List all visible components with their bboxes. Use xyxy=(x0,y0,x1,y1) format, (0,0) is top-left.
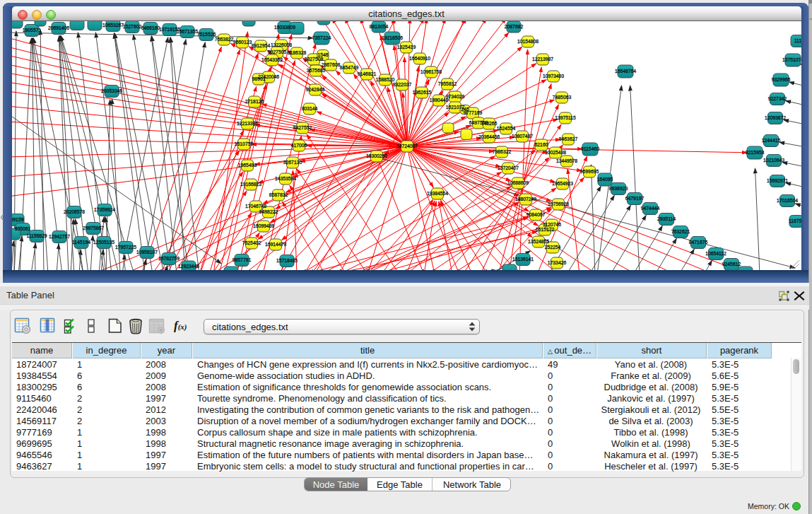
svg-text:19654923: 19654923 xyxy=(552,181,573,186)
svg-text:10653267: 10653267 xyxy=(102,23,124,28)
svg-text:10973493: 10973493 xyxy=(543,74,564,78)
svg-text:16914479: 16914479 xyxy=(265,242,286,247)
svg-text:15692971: 15692971 xyxy=(767,178,788,183)
svg-text:17359924: 17359924 xyxy=(94,207,115,212)
svg-text:8186328: 8186328 xyxy=(288,50,307,55)
svg-text:3675685: 3675685 xyxy=(307,68,326,73)
svg-text:9245612: 9245612 xyxy=(722,262,741,267)
svg-text:12505135: 12505135 xyxy=(93,240,114,245)
svg-text:1733426: 1733426 xyxy=(548,260,567,265)
svg-text:6479197: 6479197 xyxy=(625,196,645,201)
svg-text:10807487: 10807487 xyxy=(512,134,533,139)
svg-text:10210643: 10210643 xyxy=(763,158,784,163)
svg-text:9242848: 9242848 xyxy=(306,87,325,92)
svg-text:16033809: 16033809 xyxy=(274,25,295,30)
svg-text:12923446: 12923446 xyxy=(178,264,199,269)
svg-text:111: 111 xyxy=(794,38,801,43)
svg-text:6466160: 6466160 xyxy=(141,25,160,30)
svg-text:417006: 417006 xyxy=(291,143,307,148)
svg-text:13524855: 13524855 xyxy=(528,239,549,244)
svg-text:9474444: 9474444 xyxy=(641,206,660,211)
svg-text:1588520: 1588520 xyxy=(376,77,395,82)
svg-text:935061: 935061 xyxy=(15,226,31,231)
svg-text:10688609: 10688609 xyxy=(507,180,529,185)
svg-text:1120746: 1120746 xyxy=(543,222,561,227)
svg-text:8938923: 8938923 xyxy=(609,186,628,191)
svg-text:13975115: 13975115 xyxy=(555,115,576,120)
svg-text:7485063: 7485063 xyxy=(553,95,572,100)
svg-text:9327508: 9327508 xyxy=(305,57,324,62)
svg-text:20364456: 20364456 xyxy=(478,134,500,139)
svg-text:9227342: 9227342 xyxy=(768,96,787,101)
svg-text:9084067: 9084067 xyxy=(526,212,546,217)
svg-text:12942757: 12942757 xyxy=(49,234,70,239)
svg-text:18300295: 18300295 xyxy=(366,153,387,158)
svg-text:8912954: 8912954 xyxy=(252,43,271,48)
svg-text:7955812: 7955812 xyxy=(438,81,457,86)
svg-text:20053346: 20053346 xyxy=(101,88,122,93)
svg-text:8427552: 8427552 xyxy=(293,125,312,130)
svg-text:12213396: 12213396 xyxy=(237,121,258,126)
svg-text:12213987: 12213987 xyxy=(532,57,553,62)
svg-text:16099489: 16099489 xyxy=(253,223,274,228)
svg-text:1362615: 1362615 xyxy=(413,90,432,95)
svg-text:8215958: 8215958 xyxy=(746,150,765,155)
svg-text:746266: 746266 xyxy=(481,121,498,126)
svg-text:19166823: 19166823 xyxy=(240,182,261,187)
svg-text:29975867: 29975867 xyxy=(83,226,104,230)
svg-text:18724007: 18724007 xyxy=(396,144,418,148)
svg-text:15718485: 15718485 xyxy=(276,258,298,263)
svg-text:9498222: 9498222 xyxy=(259,209,278,214)
svg-text:8813054: 8813054 xyxy=(370,24,389,29)
svg-text:9699695: 9699695 xyxy=(580,169,599,174)
svg-text:39159: 39159 xyxy=(12,217,24,222)
svg-text:8471676: 8471676 xyxy=(689,240,708,245)
svg-text:8587832: 8587832 xyxy=(269,192,288,197)
svg-text:10958107: 10958107 xyxy=(136,250,158,255)
svg-text:9327505: 9327505 xyxy=(268,49,287,54)
svg-text:9115460: 9115460 xyxy=(581,146,599,151)
svg-text:20206578: 20206578 xyxy=(64,209,85,214)
svg-text:9734028: 9734028 xyxy=(446,94,465,99)
svg-text:164095: 164095 xyxy=(597,177,613,182)
svg-text:2718126: 2718126 xyxy=(245,99,264,104)
svg-text:10756928: 10756928 xyxy=(548,201,569,206)
svg-text:1965493: 1965493 xyxy=(238,163,257,168)
svg-text:16640910: 16640910 xyxy=(409,56,430,61)
svg-text:17046748: 17046748 xyxy=(245,204,266,209)
svg-text:17016504: 17016504 xyxy=(777,198,798,203)
svg-text:15751074: 15751074 xyxy=(782,57,801,62)
svg-text:9329966: 9329966 xyxy=(772,77,791,82)
svg-text:10654112: 10654112 xyxy=(705,251,726,256)
svg-text:15136141: 15136141 xyxy=(512,257,534,262)
svg-text:14353594: 14353594 xyxy=(275,176,296,181)
svg-text:1527602: 1527602 xyxy=(123,24,142,29)
svg-text:18807249: 18807249 xyxy=(515,197,536,201)
svg-text:7515526: 7515526 xyxy=(197,32,216,37)
svg-text:16648764: 16648764 xyxy=(615,69,636,74)
svg-text:10154808: 10154808 xyxy=(517,39,539,44)
svg-text:7625402: 7625402 xyxy=(242,240,261,245)
svg-text:9463627: 9463627 xyxy=(559,136,578,141)
svg-text:11156829: 11156829 xyxy=(26,233,47,238)
svg-text:7357224: 7357224 xyxy=(312,35,331,40)
svg-text:116753: 116753 xyxy=(789,218,801,223)
svg-text:1145194: 1145194 xyxy=(72,240,90,245)
svg-text:16782759: 16782759 xyxy=(158,256,180,261)
svg-text:20691406: 20691406 xyxy=(48,25,69,30)
svg-text:16543362: 16543362 xyxy=(261,57,283,62)
svg-text:62160: 62160 xyxy=(535,142,548,147)
svg-text:9146821: 9146821 xyxy=(358,71,377,76)
svg-text:7986322: 7986322 xyxy=(493,149,512,154)
svg-text:8454749: 8454749 xyxy=(340,65,359,70)
svg-text:1615172: 1615172 xyxy=(536,227,555,232)
svg-text:13226058: 13226058 xyxy=(271,42,292,47)
svg-text:803144: 803144 xyxy=(302,106,318,111)
svg-text:2087682: 2087682 xyxy=(505,24,524,29)
svg-text:1905571: 1905571 xyxy=(23,28,42,33)
svg-text:7632621: 7632621 xyxy=(671,229,690,234)
svg-text:17957225: 17957225 xyxy=(115,245,136,250)
svg-text:8322037: 8322037 xyxy=(393,82,412,87)
svg-text:12093872: 12093872 xyxy=(765,115,786,120)
svg-text:19218506: 19218506 xyxy=(382,35,403,40)
